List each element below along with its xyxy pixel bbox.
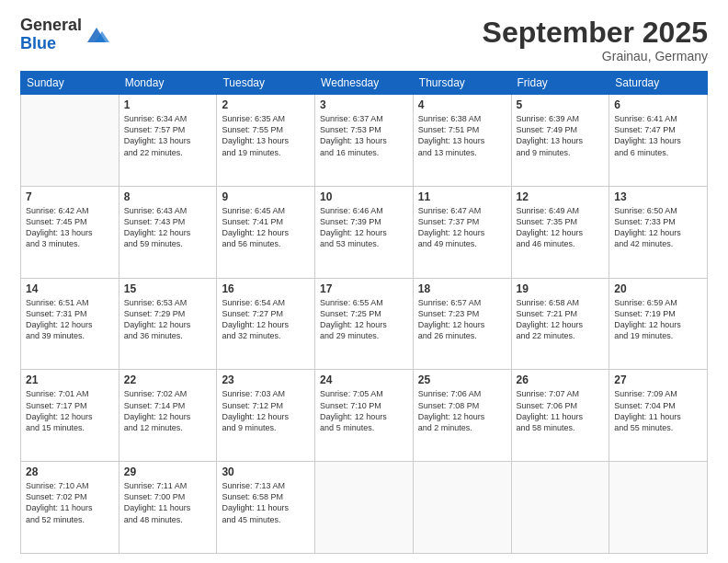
day-number: 16 <box>222 282 310 295</box>
calendar-cell: 22Sunrise: 7:02 AM Sunset: 7:14 PM Dayli… <box>119 370 217 462</box>
day-number: 10 <box>320 190 408 203</box>
day-number: 8 <box>124 190 212 203</box>
day-info: Sunrise: 6:55 AM Sunset: 7:25 PM Dayligh… <box>320 297 408 342</box>
calendar-cell: 20Sunrise: 6:59 AM Sunset: 7:19 PM Dayli… <box>609 278 708 370</box>
calendar-cell: 4Sunrise: 6:38 AM Sunset: 7:51 PM Daylig… <box>413 95 511 187</box>
calendar-cell: 18Sunrise: 6:57 AM Sunset: 7:23 PM Dayli… <box>413 278 511 370</box>
calendar-cell: 24Sunrise: 7:05 AM Sunset: 7:10 PM Dayli… <box>315 370 414 462</box>
day-number: 27 <box>614 373 702 386</box>
day-info: Sunrise: 7:13 AM Sunset: 6:58 PM Dayligh… <box>222 480 310 525</box>
calendar-cell: 19Sunrise: 6:58 AM Sunset: 7:21 PM Dayli… <box>511 278 609 370</box>
title-block: September 2025 Grainau, Germany <box>483 17 708 63</box>
calendar-cell: 1Sunrise: 6:34 AM Sunset: 7:57 PM Daylig… <box>119 95 217 187</box>
calendar-cell <box>413 462 511 554</box>
day-info: Sunrise: 7:02 AM Sunset: 7:14 PM Dayligh… <box>124 388 212 433</box>
day-info: Sunrise: 7:01 AM Sunset: 7:17 PM Dayligh… <box>26 388 114 433</box>
day-number: 18 <box>418 282 506 295</box>
calendar-cell: 16Sunrise: 6:54 AM Sunset: 7:27 PM Dayli… <box>217 278 315 370</box>
calendar-cell: 30Sunrise: 7:13 AM Sunset: 6:58 PM Dayli… <box>217 462 315 554</box>
day-number: 4 <box>418 98 506 111</box>
day-info: Sunrise: 6:47 AM Sunset: 7:37 PM Dayligh… <box>418 205 506 250</box>
day-info: Sunrise: 7:06 AM Sunset: 7:08 PM Dayligh… <box>418 388 506 433</box>
calendar-cell: 9Sunrise: 6:45 AM Sunset: 7:41 PM Daylig… <box>217 186 315 278</box>
calendar-week-5: 28Sunrise: 7:10 AM Sunset: 7:02 PM Dayli… <box>21 462 708 554</box>
day-number: 25 <box>418 373 506 386</box>
day-number: 14 <box>26 282 114 295</box>
day-number: 9 <box>222 190 310 203</box>
calendar-cell: 6Sunrise: 6:41 AM Sunset: 7:47 PM Daylig… <box>609 95 708 187</box>
day-number: 22 <box>124 373 212 386</box>
calendar-header-wednesday: Wednesday <box>315 72 414 95</box>
day-number: 2 <box>222 98 310 111</box>
day-info: Sunrise: 6:37 AM Sunset: 7:53 PM Dayligh… <box>320 113 408 158</box>
day-number: 5 <box>517 98 605 111</box>
calendar-cell: 29Sunrise: 7:11 AM Sunset: 7:00 PM Dayli… <box>119 462 217 554</box>
calendar-cell: 21Sunrise: 7:01 AM Sunset: 7:17 PM Dayli… <box>21 370 119 462</box>
calendar-cell: 27Sunrise: 7:09 AM Sunset: 7:04 PM Dayli… <box>609 370 708 462</box>
calendar-cell: 26Sunrise: 7:07 AM Sunset: 7:06 PM Dayli… <box>511 370 609 462</box>
calendar-cell: 23Sunrise: 7:03 AM Sunset: 7:12 PM Dayli… <box>217 370 315 462</box>
calendar-week-3: 14Sunrise: 6:51 AM Sunset: 7:31 PM Dayli… <box>21 278 708 370</box>
day-info: Sunrise: 6:57 AM Sunset: 7:23 PM Dayligh… <box>418 297 506 342</box>
calendar-cell: 7Sunrise: 6:42 AM Sunset: 7:45 PM Daylig… <box>21 186 119 278</box>
calendar-cell: 17Sunrise: 6:55 AM Sunset: 7:25 PM Dayli… <box>315 278 414 370</box>
logo-general: General <box>20 17 82 35</box>
calendar-cell <box>315 462 414 554</box>
day-info: Sunrise: 6:42 AM Sunset: 7:45 PM Dayligh… <box>26 205 114 250</box>
calendar-cell: 12Sunrise: 6:49 AM Sunset: 7:35 PM Dayli… <box>511 186 609 278</box>
calendar-cell <box>609 462 708 554</box>
day-number: 24 <box>320 373 408 386</box>
calendar-cell: 11Sunrise: 6:47 AM Sunset: 7:37 PM Dayli… <box>413 186 511 278</box>
day-number: 19 <box>517 282 605 295</box>
day-number: 1 <box>124 98 212 111</box>
day-info: Sunrise: 6:35 AM Sunset: 7:55 PM Dayligh… <box>222 113 310 158</box>
day-number: 28 <box>26 465 114 478</box>
calendar-week-1: 1Sunrise: 6:34 AM Sunset: 7:57 PM Daylig… <box>21 95 708 187</box>
day-number: 12 <box>517 190 605 203</box>
calendar-header-saturday: Saturday <box>609 72 708 95</box>
day-number: 3 <box>320 98 408 111</box>
calendar-cell <box>511 462 609 554</box>
calendar-cell: 28Sunrise: 7:10 AM Sunset: 7:02 PM Dayli… <box>21 462 119 554</box>
day-info: Sunrise: 7:11 AM Sunset: 7:00 PM Dayligh… <box>124 480 212 525</box>
day-info: Sunrise: 6:43 AM Sunset: 7:43 PM Dayligh… <box>124 205 212 250</box>
calendar-week-2: 7Sunrise: 6:42 AM Sunset: 7:45 PM Daylig… <box>21 186 708 278</box>
calendar-header-tuesday: Tuesday <box>217 72 315 95</box>
day-info: Sunrise: 6:59 AM Sunset: 7:19 PM Dayligh… <box>614 297 702 342</box>
day-number: 15 <box>124 282 212 295</box>
calendar-cell: 25Sunrise: 7:06 AM Sunset: 7:08 PM Dayli… <box>413 370 511 462</box>
calendar-cell: 3Sunrise: 6:37 AM Sunset: 7:53 PM Daylig… <box>315 95 414 187</box>
location: Grainau, Germany <box>483 49 708 63</box>
day-info: Sunrise: 6:50 AM Sunset: 7:33 PM Dayligh… <box>614 205 702 250</box>
calendar-header-monday: Monday <box>119 72 217 95</box>
logo: General Blue <box>20 17 109 53</box>
day-number: 29 <box>124 465 212 478</box>
calendar-cell: 13Sunrise: 6:50 AM Sunset: 7:33 PM Dayli… <box>609 186 708 278</box>
calendar-cell: 5Sunrise: 6:39 AM Sunset: 7:49 PM Daylig… <box>511 95 609 187</box>
day-info: Sunrise: 7:05 AM Sunset: 7:10 PM Dayligh… <box>320 388 408 433</box>
day-info: Sunrise: 6:53 AM Sunset: 7:29 PM Dayligh… <box>124 297 212 342</box>
month-title: September 2025 <box>483 17 708 49</box>
day-info: Sunrise: 6:45 AM Sunset: 7:41 PM Dayligh… <box>222 205 310 250</box>
calendar-cell: 8Sunrise: 6:43 AM Sunset: 7:43 PM Daylig… <box>119 186 217 278</box>
day-info: Sunrise: 6:51 AM Sunset: 7:31 PM Dayligh… <box>26 297 114 342</box>
day-info: Sunrise: 6:46 AM Sunset: 7:39 PM Dayligh… <box>320 205 408 250</box>
day-info: Sunrise: 6:39 AM Sunset: 7:49 PM Dayligh… <box>517 113 605 158</box>
day-info: Sunrise: 7:10 AM Sunset: 7:02 PM Dayligh… <box>26 480 114 525</box>
calendar-header-sunday: Sunday <box>21 72 119 95</box>
day-number: 23 <box>222 373 310 386</box>
day-info: Sunrise: 6:49 AM Sunset: 7:35 PM Dayligh… <box>517 205 605 250</box>
calendar-week-4: 21Sunrise: 7:01 AM Sunset: 7:17 PM Dayli… <box>21 370 708 462</box>
day-info: Sunrise: 7:09 AM Sunset: 7:04 PM Dayligh… <box>614 388 702 433</box>
day-info: Sunrise: 6:58 AM Sunset: 7:21 PM Dayligh… <box>517 297 605 342</box>
calendar-cell: 2Sunrise: 6:35 AM Sunset: 7:55 PM Daylig… <box>217 95 315 187</box>
calendar-header-row: SundayMondayTuesdayWednesdayThursdayFrid… <box>21 72 708 95</box>
day-number: 7 <box>26 190 114 203</box>
day-number: 20 <box>614 282 702 295</box>
day-info: Sunrise: 7:03 AM Sunset: 7:12 PM Dayligh… <box>222 388 310 433</box>
day-info: Sunrise: 6:54 AM Sunset: 7:27 PM Dayligh… <box>222 297 310 342</box>
calendar-cell: 14Sunrise: 6:51 AM Sunset: 7:31 PM Dayli… <box>21 278 119 370</box>
day-number: 17 <box>320 282 408 295</box>
day-number: 30 <box>222 465 310 478</box>
calendar-cell <box>21 95 119 187</box>
